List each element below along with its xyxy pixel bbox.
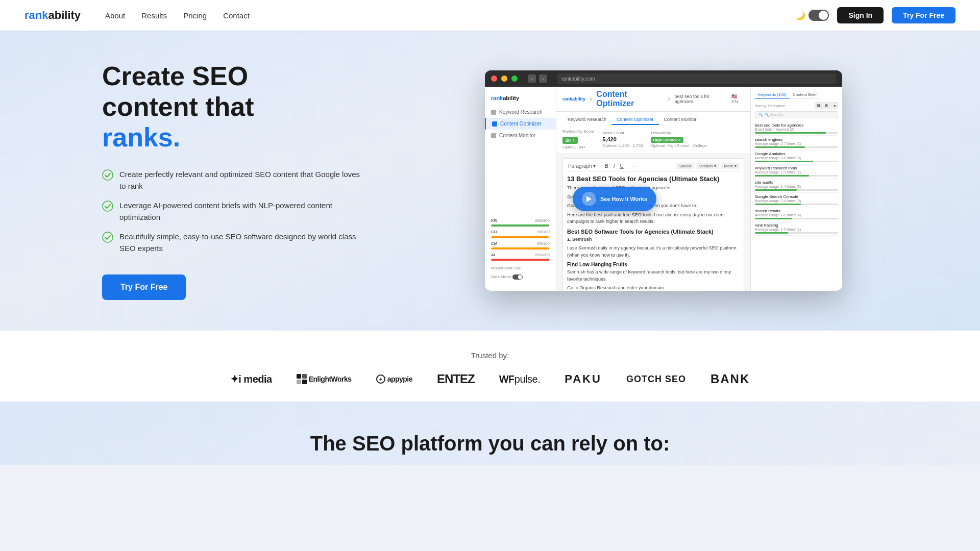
readability-value: High School ✓ bbox=[651, 136, 706, 142]
sidebar-item-co-label: Content Optimizer bbox=[500, 121, 542, 127]
try-free-hero-button[interactable]: Try For Free bbox=[102, 274, 186, 300]
url-text: rankability.com bbox=[561, 76, 595, 82]
app-tabs: Keyword Research Content Optimizer Conte… bbox=[556, 112, 750, 125]
kw-name-3: Google Analytics bbox=[755, 152, 838, 156]
format-paragraph[interactable]: Paragraph ▾ bbox=[567, 163, 597, 169]
check-icon-2 bbox=[102, 201, 113, 212]
pulse-text: pulse. bbox=[514, 373, 540, 385]
kw-sub-8: Average usage: 1-5 times (1) bbox=[755, 228, 838, 231]
kw-bar-fill-3 bbox=[755, 161, 813, 162]
window-nav-icons: ‹ › bbox=[528, 74, 547, 83]
trusted-section: Trusted by: ✦i media EnlightWorks + appy… bbox=[0, 331, 980, 402]
toolbar-more[interactable]: ··· bbox=[631, 163, 638, 169]
window-expand-dot[interactable] bbox=[511, 76, 518, 82]
kw-sub-5: Average usage: 1-4 times (8) bbox=[755, 185, 838, 188]
readability-label: Readability bbox=[651, 131, 706, 135]
sq-1 bbox=[297, 374, 301, 379]
back-arrow-icon[interactable]: ‹ bbox=[528, 74, 536, 83]
editor-toolbar: Paragraph ▾ B I U ··· Saved Version ▾ Mo… bbox=[567, 163, 740, 172]
nav-pricing[interactable]: Pricing bbox=[183, 11, 207, 20]
nav-contact[interactable]: Contact bbox=[223, 11, 250, 20]
editor-para-7: Go to Organic Research and enter your do… bbox=[567, 285, 740, 291]
hero-title-highlight: ranks. bbox=[102, 122, 180, 152]
sidebar-item-content-monitor[interactable]: Content Monitor bbox=[485, 130, 556, 141]
try-free-nav-button[interactable]: Try For Free bbox=[892, 7, 955, 23]
kw-bar-fill-6 bbox=[755, 204, 801, 205]
content-optimizer-icon bbox=[492, 121, 497, 127]
format-underline[interactable]: U bbox=[619, 163, 625, 169]
editor-para-4: Here are the best paid and free SEO tool… bbox=[567, 212, 740, 226]
enlightworks-icon bbox=[297, 374, 307, 384]
rankability-score-metric: Rankability Score 20 ↑ Optimal: 64+ bbox=[562, 129, 594, 149]
hero-left: Create SEO content that ranks. Create pe… bbox=[102, 61, 368, 300]
kw-bar-fill-1 bbox=[755, 132, 826, 134]
tab-keyword-research[interactable]: Keyword Research bbox=[562, 115, 611, 125]
logo[interactable]: rankability bbox=[24, 9, 81, 22]
kw-bar-fill-5 bbox=[755, 189, 797, 191]
signin-button[interactable]: Sign In bbox=[837, 7, 884, 23]
view-toggle-3[interactable]: ≡ bbox=[831, 102, 838, 109]
hero-feature-2: Leverage AI-powered content briefs with … bbox=[102, 200, 368, 223]
kw-bar-3 bbox=[755, 161, 838, 162]
dark-mode-toggle[interactable]: 🌙 bbox=[795, 10, 829, 21]
save-button-sm[interactable]: Saved bbox=[676, 163, 694, 169]
view-toggle-1[interactable]: ▤ bbox=[815, 102, 822, 109]
sq-3 bbox=[297, 380, 301, 384]
enlightworks-text: EnlightWorks bbox=[309, 375, 352, 383]
kw-item-2: search engines Average usage: 2-7 times … bbox=[755, 136, 838, 150]
window-body: rankability Keyword Research Content Opt… bbox=[485, 87, 842, 291]
format-bold[interactable]: B bbox=[603, 163, 609, 169]
content-editor[interactable]: Paragraph ▾ B I U ··· Saved Version ▾ Mo… bbox=[562, 158, 744, 291]
url-bar[interactable]: rankability.com bbox=[557, 73, 836, 84]
video-overlay-button[interactable]: See How It Works bbox=[573, 187, 656, 211]
breadcrumb-query: best seo tools for agencies bbox=[675, 94, 727, 104]
readability-badge: High School ✓ bbox=[651, 137, 683, 143]
appypie-circle-icon: + bbox=[376, 374, 385, 384]
kw-sub-6: Average usage: 2-4 times (9) bbox=[755, 199, 838, 203]
editor-heading-3: Find Low-Hanging Fruits bbox=[567, 262, 740, 267]
hero-feature-2-text: Leverage AI-powered content briefs with … bbox=[119, 200, 368, 223]
appypie-text: appypie bbox=[387, 375, 412, 383]
editor-list-1: 1. Semrush bbox=[567, 236, 740, 243]
bank-text: BANK bbox=[710, 372, 750, 386]
sidebar-item-keyword-research[interactable]: Keyword Research bbox=[485, 106, 556, 118]
rankability-score-badge: 20 ↑ bbox=[562, 137, 578, 144]
panel-tab-keywords[interactable]: Keywords (100) bbox=[755, 91, 790, 99]
kw-bar-8 bbox=[755, 232, 838, 234]
more-button-sm[interactable]: More ▾ bbox=[721, 163, 740, 169]
metrics-row: Rankability Score 20 ↑ Optimal: 64+ Word… bbox=[556, 125, 750, 154]
kw-name-5: site audits bbox=[755, 180, 838, 185]
sidebar-item-content-optimizer[interactable]: Content Optimizer bbox=[485, 118, 556, 130]
logo-gotchseo: GOTCH SEO bbox=[626, 374, 686, 385]
forward-arrow-icon[interactable]: › bbox=[539, 74, 547, 83]
nav-links: About Results Pricing Contact bbox=[105, 11, 795, 20]
editor-para-6: Semrush has a wide range of keyword rese… bbox=[567, 269, 740, 283]
version-button-sm[interactable]: Version ▾ bbox=[696, 163, 719, 169]
kw-name-1: best seo tools for agencies bbox=[755, 123, 838, 128]
view-toggle-2[interactable]: ⊞ bbox=[823, 102, 830, 109]
nav-about[interactable]: About bbox=[105, 11, 125, 20]
sidebar-item-cm-label: Content Monitor bbox=[499, 133, 535, 138]
hero-features: Create perfectly relevant and optimized … bbox=[102, 169, 368, 254]
rankability-score-label: Rankability Score bbox=[562, 129, 594, 134]
hero-right: ‹ › rankability.com rankability Keyword … bbox=[408, 70, 919, 291]
moon-icon: 🌙 bbox=[795, 11, 805, 20]
logo-entez: ENTEZ bbox=[437, 372, 475, 386]
hero-feature-3-text: Beautifully simple, easy-to-use SEO soft… bbox=[119, 231, 368, 254]
logos-row: ✦i media EnlightWorks + appypie ENTEZ WF… bbox=[0, 372, 980, 386]
tab-content-monitor[interactable]: Content Monitor bbox=[659, 115, 702, 125]
kw-bar-1 bbox=[755, 132, 838, 134]
kw-item-3: Google Analytics Average usage: 1-5 time… bbox=[755, 150, 838, 164]
toggle-switch[interactable] bbox=[808, 10, 829, 21]
keywords-search[interactable]: 🔍 🔍 Search... bbox=[755, 111, 838, 118]
format-italic[interactable]: I bbox=[612, 163, 616, 169]
window-close-dot[interactable] bbox=[491, 76, 497, 82]
window-minimize-dot[interactable] bbox=[501, 76, 507, 82]
nav-results[interactable]: Results bbox=[141, 11, 167, 20]
panel-tab-brief[interactable]: Content Brief bbox=[790, 91, 820, 99]
breadcrumb-lang: 🇺🇸 EN bbox=[731, 94, 744, 104]
kw-bar-4 bbox=[755, 175, 838, 177]
sidebar-item-kw-label: Keyword Research bbox=[499, 109, 542, 115]
eli-media-text: ✦i media bbox=[230, 373, 272, 385]
tab-content-optimizer[interactable]: Content Optimizer bbox=[611, 115, 659, 125]
